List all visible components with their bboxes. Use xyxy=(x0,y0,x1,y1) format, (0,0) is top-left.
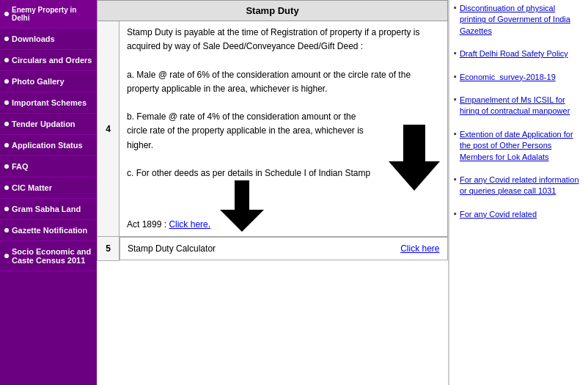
row4-other: c. For other deeds as per details in Sch… xyxy=(127,166,374,232)
sidebar-item-label: Important Schemes xyxy=(12,98,87,107)
row-number-4: 4 xyxy=(98,21,120,237)
bullet-icon xyxy=(4,37,9,41)
stamp-duty-table: Stamp Duty 4 Stamp Duty is payable at th… xyxy=(97,0,448,261)
row4-female: b. Female @ rate of 4% of the considerat… xyxy=(127,110,374,153)
bullet-icon xyxy=(4,122,9,126)
svg-marker-0 xyxy=(220,180,264,232)
sidebar-item-label: Enemy Property in Delhi xyxy=(12,6,92,22)
right-panel-item-covid2: For any Covid related xyxy=(454,209,584,226)
table-row: 4 Stamp Duty is payable at the time of R… xyxy=(98,21,448,237)
svg-marker-1 xyxy=(389,125,440,191)
right-panel-item-extension: Extention of date Application for the po… xyxy=(454,129,584,169)
bullet-icon xyxy=(4,186,9,190)
right-panel-item-empanelment: Empanelment of Ms ICSIL for hiring of co… xyxy=(454,95,584,123)
bullet-icon xyxy=(4,143,9,147)
sidebar-item-label: Photo Gallery xyxy=(12,77,65,86)
right-panel-link-extension[interactable]: Extention of date Application for the po… xyxy=(460,129,584,163)
sidebar-item-gram-sabha-land[interactable]: Gram Sabha Land xyxy=(0,199,97,220)
row4-intro: Stamp Duty is payable at the time of Reg… xyxy=(127,26,440,54)
table-header: Stamp Duty xyxy=(98,1,448,21)
sidebar-item-tender-updation[interactable]: Tender Updation xyxy=(0,114,97,135)
row4-content: Stamp Duty is payable at the time of Reg… xyxy=(120,21,448,237)
center-panel: Stamp Duty 4 Stamp Duty is payable at th… xyxy=(97,0,449,385)
bullet-icon xyxy=(4,207,9,211)
click-here-link[interactable]: Click here. xyxy=(169,219,210,230)
bullet-icon xyxy=(4,228,9,232)
bullet-icon xyxy=(4,254,9,258)
bullet-icon xyxy=(4,58,9,62)
left-sidebar: Enemy Property in DelhiDownloadsCircular… xyxy=(0,0,97,385)
right-panel-link-covid[interactable]: For any Covid related information or que… xyxy=(460,175,584,197)
right-panel-link-discontinuation[interactable]: Discontinuation of physical printing of … xyxy=(460,3,584,37)
sidebar-item-label: Downloads xyxy=(12,34,55,43)
sidebar-item-label: Gram Sabha Land xyxy=(12,205,81,213)
sidebar-item-label: Socio Economic and Caste Census 2011 xyxy=(12,247,92,265)
right-panel-item-covid: For any Covid related information or que… xyxy=(454,175,584,203)
right-panel-link-economic-survey[interactable]: Economic_survey-2018-19 xyxy=(460,72,556,83)
sidebar-item-label: CIC Matter xyxy=(12,183,52,192)
stamp-duty-calculator-label: Stamp Duty Calculator xyxy=(128,242,216,255)
right-panel: Discontinuation of physical printing of … xyxy=(449,0,588,385)
row4-text: Stamp Duty is payable at the time of Reg… xyxy=(127,26,440,232)
right-panel-link-draft-delhi[interactable]: Draft Delhi Road Safety Policy xyxy=(460,48,568,59)
row4-male: a. Male @ rate of 6% of the consideratio… xyxy=(127,68,440,96)
sidebar-item-important-schemes[interactable]: Important Schemes xyxy=(0,92,97,114)
row5-content: Stamp Duty Calculator Click here xyxy=(120,237,448,260)
right-panel-item-economic-survey: Economic_survey-2018-19 xyxy=(454,72,584,89)
right-panel-link-empanelment[interactable]: Empanelment of Ms ICSIL for hiring of co… xyxy=(460,95,584,117)
sidebar-item-cic-matter[interactable]: CIC Matter xyxy=(0,177,97,199)
sidebar-item-label: Tender Updation xyxy=(12,120,76,128)
right-panel-item-discontinuation: Discontinuation of physical printing of … xyxy=(454,3,584,43)
sidebar-item-photo-gallery[interactable]: Photo Gallery xyxy=(0,71,97,92)
down-arrow-left xyxy=(220,180,264,232)
down-arrow-right xyxy=(389,125,440,191)
sidebar-item-faq[interactable]: FAQ xyxy=(0,156,97,177)
sidebar-item-label: Circulars and Orders xyxy=(12,56,92,65)
stamp-duty-calculator-link[interactable]: Click here xyxy=(400,242,439,255)
sidebar-item-downloads[interactable]: Downloads xyxy=(0,29,97,50)
bullet-icon xyxy=(4,164,9,169)
sidebar-item-label: Application Status xyxy=(12,141,83,150)
sidebar-item-enemy-property[interactable]: Enemy Property in Delhi xyxy=(0,0,97,29)
main-layout: Stamp Duty 4 Stamp Duty is payable at th… xyxy=(97,0,588,385)
sidebar-item-application-status[interactable]: Application Status xyxy=(0,135,97,156)
bullet-icon xyxy=(4,79,9,84)
table-row-5: 5 Stamp Duty Calculator Click here xyxy=(98,237,448,261)
sidebar-item-circulars-orders[interactable]: Circulars and Orders xyxy=(0,50,97,71)
sidebar-item-gazette-notification[interactable]: Gazette Notification xyxy=(0,220,97,241)
sidebar-item-label: Gazette Notification xyxy=(12,226,87,235)
bullet-icon xyxy=(4,100,9,105)
right-panel-link-covid2[interactable]: For any Covid related xyxy=(460,209,537,220)
sidebar-item-socio-economic[interactable]: Socio Economic and Caste Census 2011 xyxy=(0,241,97,271)
sidebar-item-label: FAQ xyxy=(12,162,29,171)
row-number-5: 5 xyxy=(98,237,120,261)
bullet-icon xyxy=(4,12,9,16)
right-panel-item-draft-delhi: Draft Delhi Road Safety Policy xyxy=(454,48,584,65)
